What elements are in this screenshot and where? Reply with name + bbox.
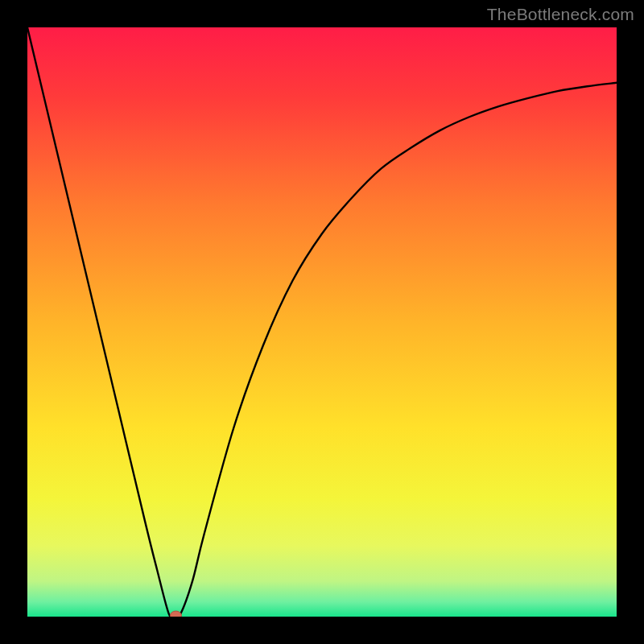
gradient-background [27,27,617,617]
plot-area [27,27,617,617]
watermark-text: TheBottleneck.com [487,5,634,24]
chart-frame: TheBottleneck.com [0,0,644,644]
chart-svg [27,27,617,617]
minimum-marker [170,611,181,617]
